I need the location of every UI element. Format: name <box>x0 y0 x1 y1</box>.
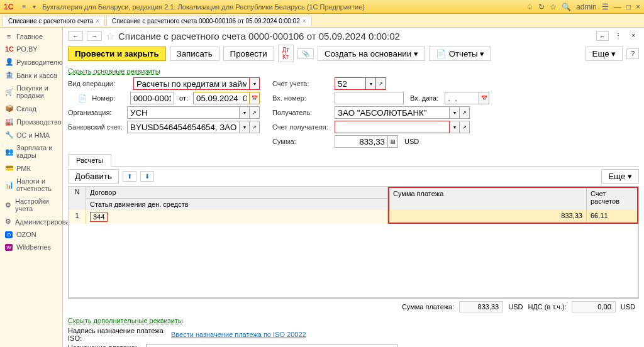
star-icon[interactable]: ☆ <box>550 3 557 11</box>
account-label: Счет учета: <box>272 80 332 87</box>
sidebar-item-label: Налоги и отчетность <box>16 177 57 192</box>
tab-close-icon[interactable]: × <box>303 18 306 25</box>
attach-button[interactable]: 📎 <box>297 48 314 59</box>
menu-icon[interactable]: ≡ <box>19 3 28 11</box>
nav-forward-button[interactable]: → <box>87 31 102 41</box>
tab-calculations[interactable]: Расчеты <box>68 154 111 167</box>
org-label: Организация: <box>68 109 125 116</box>
dropdown-icon[interactable]: ▾ <box>30 3 38 11</box>
sidebar-item-label: РМК <box>16 165 31 172</box>
bank-acc-input[interactable] <box>127 121 240 133</box>
in-date-input[interactable] <box>445 92 479 104</box>
close-icon[interactable]: × <box>636 3 640 11</box>
col-acc: Счет расчетов <box>587 188 637 210</box>
date-input[interactable] <box>193 92 250 104</box>
add-row-button[interactable]: Добавить <box>68 169 119 184</box>
calc-icon[interactable]: ▤ <box>388 135 398 148</box>
calendar-icon[interactable]: 📅 <box>479 92 489 104</box>
account-input[interactable] <box>335 77 366 90</box>
link-icon[interactable]: ⌐ <box>596 31 609 41</box>
tab-close-icon[interactable]: × <box>96 18 99 25</box>
table-more-button[interactable]: Еще ▾ <box>601 169 639 184</box>
payment-sum-cell[interactable]: 833,33 <box>389 210 587 223</box>
create-based-button[interactable]: Создать на основании ▾ <box>318 47 425 61</box>
window-close-icon[interactable]: × <box>628 31 639 41</box>
currency-label: USD <box>401 138 419 145</box>
favorite-star-icon[interactable]: ☆ <box>106 30 114 42</box>
hide-main-link[interactable]: Скрыть основные реквизиты <box>68 67 160 75</box>
sidebar-item-poby[interactable]: 1СPO.BY <box>0 43 62 55</box>
row-number: 1 <box>69 210 86 224</box>
open-icon[interactable]: ↗ <box>250 106 260 119</box>
more-button[interactable]: Еще ▾ <box>586 47 623 61</box>
contract-value: 344 <box>90 212 108 222</box>
sum-input[interactable] <box>335 135 388 148</box>
list-icon: ≡ <box>5 33 13 40</box>
maximize-icon[interactable]: □ <box>626 3 631 11</box>
in-number-input[interactable] <box>335 92 404 104</box>
nav-back-button[interactable]: ← <box>68 31 83 41</box>
sidebar-item-wb[interactable]: WWildberries <box>0 241 62 253</box>
move-down-button[interactable]: ⬇ <box>140 171 154 182</box>
summary-nds-label: НДС (в т.ч.): <box>528 303 566 311</box>
tab-document[interactable]: Списание с расчетного счета 0000-000106 … <box>106 16 312 26</box>
sidebar-item-sales[interactable]: 🛒Покупки и продажи <box>0 82 62 102</box>
help-button[interactable]: ? <box>626 48 639 59</box>
sidebar-item-label: PO.BY <box>16 45 38 53</box>
recipient-input[interactable] <box>335 106 450 119</box>
recip-acc-input[interactable] <box>335 121 450 133</box>
sidebar-item-taxes[interactable]: 📊Налоги и отчетность <box>0 175 62 195</box>
summary-cur1: USD <box>508 303 523 311</box>
app-title: Бухгалтерия для Беларуси, редакция 2.1. … <box>42 3 526 11</box>
org-input[interactable] <box>127 106 240 119</box>
dt-kt-button[interactable]: ДтКт <box>278 45 294 62</box>
open-icon[interactable]: ↗ <box>376 77 386 90</box>
dropdown-icon[interactable]: ▾ <box>240 121 250 133</box>
operation-input[interactable] <box>133 77 250 90</box>
sidebar-item-assets[interactable]: 🔧ОС и НМА <box>0 128 62 141</box>
number-input[interactable] <box>130 92 174 104</box>
hide-add-link[interactable]: Скрыть дополнительные реквизиты <box>68 317 183 324</box>
app-logo: 1C <box>4 3 13 11</box>
minimize-icon[interactable]: — <box>614 3 621 11</box>
sidebar-item-settings[interactable]: ⚙Настройки учета <box>0 195 62 215</box>
sidebar-item-production[interactable]: 🏭Производство <box>0 115 62 128</box>
sidebar-item-salary[interactable]: 👥Зарплата и кадры <box>0 141 62 162</box>
contract-cell[interactable]: 344 <box>86 210 388 224</box>
history-icon[interactable]: ↻ <box>538 3 545 11</box>
bell-icon[interactable]: ♤ <box>526 3 533 11</box>
open-icon[interactable]: ↗ <box>250 121 260 133</box>
in-number-label: Вх. номер: <box>272 94 332 102</box>
post-button[interactable]: Провести <box>223 47 274 61</box>
sidebar-item-admin[interactable]: ⚙Администрирование <box>0 215 62 228</box>
tab-bank-writeoff[interactable]: Списание с расчетного счета × <box>3 16 105 26</box>
sidebar-item-bank[interactable]: 🏦Банк и касса <box>0 69 62 82</box>
open-icon[interactable]: ↗ <box>460 121 470 133</box>
bank-icon: 🏦 <box>5 71 13 79</box>
sidebar-item-label: Руководителю <box>16 58 62 66</box>
search-icon[interactable]: 🔍 <box>562 3 571 11</box>
purpose-textarea[interactable]: Оплата по договору 344 Сумма 833-33 <box>146 344 397 347</box>
iso-payment-link[interactable]: Ввести назначение платежа по ISO 20022 <box>171 331 306 338</box>
dropdown-icon[interactable]: ▾ <box>240 106 250 119</box>
dropdown-icon[interactable]: ▾ <box>250 77 260 90</box>
sidebar-item-rmk[interactable]: 💳РМК <box>0 162 62 175</box>
post-and-close-button[interactable]: Провести и закрыть <box>68 47 166 61</box>
sidebar-item-main[interactable]: ≡Главное <box>0 30 62 43</box>
summary-sum-label: Сумма платежа: <box>402 303 454 311</box>
reports-button[interactable]: 📄 Отчеты ▾ <box>429 47 491 61</box>
save-button[interactable]: Записать <box>170 47 219 61</box>
col-n: N <box>69 187 86 210</box>
sidebar-item-stock[interactable]: 📦Склад <box>0 102 62 115</box>
more-actions-icon[interactable]: ⋮ <box>611 31 625 41</box>
calendar-icon[interactable]: 📅 <box>250 92 260 104</box>
move-up-button[interactable]: ⬆ <box>123 171 136 182</box>
acc-cell[interactable]: 66.11 <box>587 210 637 223</box>
open-icon[interactable]: ↗ <box>460 106 470 119</box>
dropdown-icon[interactable]: ▾ <box>450 121 460 133</box>
sidebar-item-manager[interactable]: 👤Руководителю <box>0 55 62 69</box>
sidebar-item-ozon[interactable]: OOZON <box>0 228 62 241</box>
settings-icon[interactable]: ☰ <box>602 3 609 11</box>
dropdown-icon[interactable]: ▾ <box>366 77 376 90</box>
dropdown-icon[interactable]: ▾ <box>450 106 460 119</box>
